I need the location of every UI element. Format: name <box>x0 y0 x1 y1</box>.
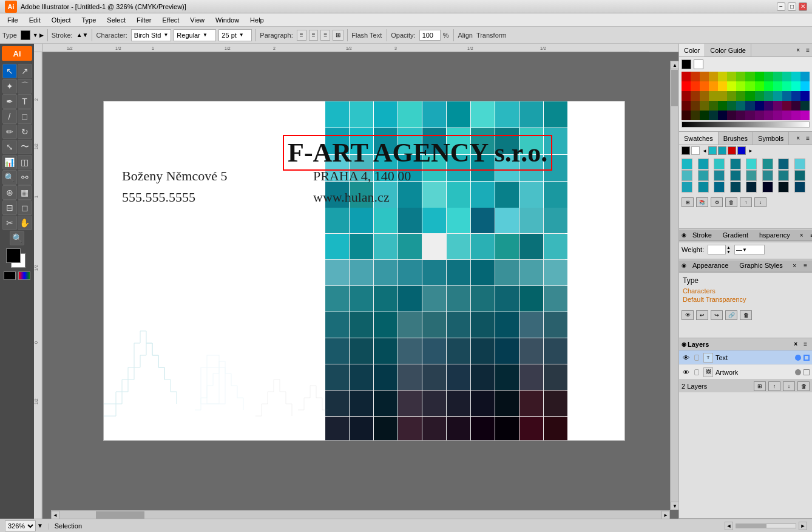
gradient-tab[interactable]: Gradient <box>718 230 753 240</box>
magic-wand-tool[interactable]: ✦ <box>2 79 17 94</box>
color-swatch[interactable] <box>700 81 709 91</box>
app-undo-btn[interactable]: ↩ <box>696 310 708 320</box>
weight-down-btn[interactable]: ▼ <box>726 250 731 254</box>
stroke-panel-close[interactable]: × <box>796 231 807 240</box>
swatch-arrow-left[interactable]: ◄ <box>702 148 707 154</box>
color-swatch[interactable] <box>745 101 754 111</box>
swatch-item[interactable] <box>698 159 709 169</box>
stroke-tab[interactable]: Stroke <box>688 230 717 240</box>
swatch-item[interactable] <box>746 170 757 181</box>
color-swatch[interactable] <box>782 81 791 91</box>
scale-tool[interactable]: ⤡ <box>2 140 17 154</box>
swatch-opt-btn[interactable]: ⚙ <box>711 197 723 207</box>
scroll-right-btn[interactable]: ► <box>661 511 670 519</box>
color-guide-tab[interactable]: Color Guide <box>705 44 751 56</box>
slice-tool[interactable]: ⊟ <box>2 200 17 215</box>
color-swatch[interactable] <box>745 111 754 120</box>
color-swatch[interactable] <box>764 101 773 111</box>
scroll-left-btn[interactable]: ◄ <box>51 511 59 519</box>
status-nav-left[interactable]: ◄ <box>725 522 733 530</box>
paragraph-more-btn[interactable]: ⊞ <box>333 30 343 41</box>
scroll-down-btn[interactable]: ▼ <box>671 502 678 510</box>
swatches-tab[interactable]: Swatches <box>679 132 719 145</box>
color-swatch[interactable] <box>782 101 791 111</box>
swatch-item[interactable] <box>746 182 757 193</box>
color-panel-close[interactable]: × <box>793 46 804 55</box>
color-gradient-bar[interactable] <box>682 121 810 128</box>
swatch-delete-btn[interactable]: 🗑 <box>725 197 737 207</box>
layer-text-eye[interactable]: 👁 <box>682 353 690 362</box>
pen-tool[interactable]: ✒ <box>2 94 17 109</box>
color-swatch[interactable] <box>764 72 773 81</box>
swatch-item[interactable] <box>698 170 709 181</box>
color-swatch[interactable] <box>773 91 782 101</box>
color-swatch[interactable] <box>745 91 754 101</box>
color-fill-box[interactable] <box>682 60 691 69</box>
color-swatch[interactable] <box>691 81 700 91</box>
color-swatch[interactable] <box>709 111 718 120</box>
swatch-white[interactable] <box>691 146 700 155</box>
menu-filter[interactable]: Filter <box>132 15 156 25</box>
characters-item[interactable]: Characters <box>683 287 808 295</box>
color-swatch[interactable] <box>800 81 810 91</box>
swatch-black[interactable] <box>682 146 690 155</box>
color-swatch[interactable] <box>800 72 810 81</box>
color-swatch[interactable] <box>709 81 718 91</box>
swatch-lib-btn[interactable]: 📚 <box>696 197 708 207</box>
color-swatch[interactable] <box>727 101 736 111</box>
swatch-item[interactable] <box>762 159 773 169</box>
fg-bg-colors[interactable] <box>6 248 28 268</box>
color-swatch[interactable] <box>791 111 800 120</box>
graphic-styles-tab[interactable]: Graphic Styles <box>734 261 788 271</box>
color-swatch[interactable] <box>736 81 745 91</box>
color-stroke-box[interactable] <box>694 60 703 69</box>
color-swatch[interactable] <box>800 91 810 101</box>
hand-tool[interactable]: ✋ <box>18 216 32 230</box>
close-button[interactable]: ✕ <box>799 2 807 11</box>
type-tool[interactable]: T <box>18 94 32 109</box>
color-swatch[interactable] <box>782 72 791 81</box>
color-swatch[interactable] <box>800 101 810 111</box>
swatch-item[interactable] <box>762 170 773 181</box>
color-swatch[interactable] <box>727 111 736 120</box>
weight-input[interactable] <box>708 245 726 254</box>
color-swatch[interactable] <box>709 91 718 101</box>
zoom-select[interactable]: 326% 100% 200% 400% <box>5 520 36 531</box>
scroll-up-btn[interactable]: ▲ <box>671 61 678 69</box>
status-zoom[interactable]: 326% 100% 200% 400% ▼ <box>5 520 43 531</box>
swatch-item[interactable] <box>730 170 741 181</box>
color-swatch[interactable] <box>718 72 727 81</box>
layers-new-btn[interactable]: ⊞ <box>754 381 766 391</box>
color-swatch[interactable] <box>764 111 773 120</box>
menu-type[interactable]: Type <box>77 15 101 25</box>
menu-select[interactable]: Select <box>102 15 130 25</box>
color-swatch[interactable] <box>700 111 709 120</box>
swatch-new-btn[interactable]: ⊞ <box>682 197 694 207</box>
swatch-arrow-right[interactable]: ► <box>748 148 753 154</box>
scroll-thumb-h[interactable] <box>96 511 144 519</box>
color-swatch[interactable] <box>691 72 700 81</box>
swatch-item[interactable] <box>778 159 789 169</box>
minimize-button[interactable]: − <box>777 2 785 11</box>
appearance-panel-menu[interactable]: ≡ <box>801 261 810 270</box>
color-swatch[interactable] <box>718 111 727 120</box>
weight-up-btn[interactable]: ▲ <box>726 245 731 250</box>
font-name-dropdown[interactable]: Birch Std ▼ <box>131 29 172 41</box>
swatch-item[interactable] <box>730 159 741 169</box>
vertical-scrollbar[interactable]: ▲ ▼ <box>670 61 678 510</box>
swatch-red[interactable] <box>728 146 736 155</box>
symbol-tool[interactable]: ⊛ <box>2 185 17 200</box>
brushes-tab[interactable]: Brushes <box>719 132 753 145</box>
swatch-item[interactable] <box>698 182 709 193</box>
default-transparency-item[interactable]: Default Transparency <box>683 296 808 303</box>
line-tool[interactable]: / <box>2 109 17 124</box>
color-swatch[interactable] <box>800 111 810 120</box>
menu-object[interactable]: Object <box>47 15 76 25</box>
select-tool[interactable]: ↖ <box>2 64 17 78</box>
swatch-teal-1[interactable] <box>708 146 717 155</box>
canvas-content[interactable]: F-ART AGENCY s.r.o. Boženy Němcové 5 PRA… <box>42 52 678 519</box>
stroke-type-dropdown[interactable]: — ▼ <box>734 245 765 254</box>
color-swatch[interactable] <box>773 72 782 81</box>
color-tab[interactable]: Color <box>679 44 705 56</box>
zoom-tool[interactable]: 🔍 <box>10 231 24 245</box>
